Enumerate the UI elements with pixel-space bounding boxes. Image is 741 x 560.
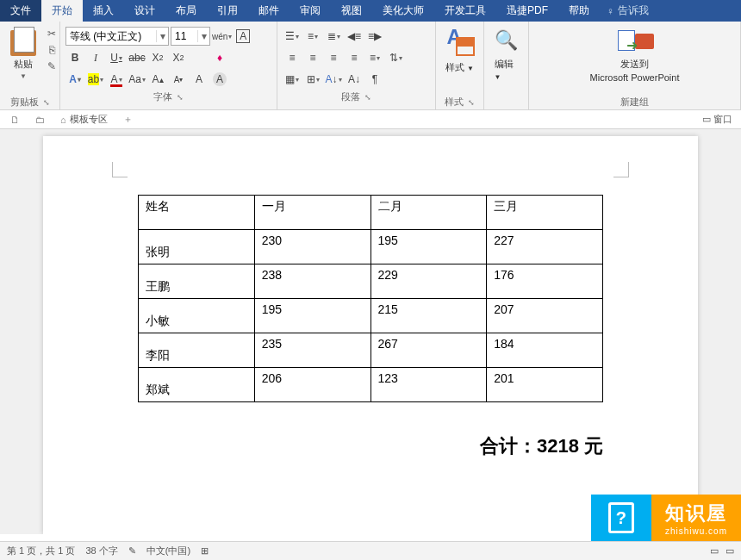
decrease-indent-button[interactable]: ◀≡ [345, 27, 364, 46]
cut-button[interactable]: ✂ [43, 26, 60, 41]
new-doc-icon: 🗋 [10, 115, 20, 125]
grow-font-button[interactable]: A▴ [148, 70, 167, 89]
clear-formatting-button[interactable]: ♦ [210, 48, 229, 67]
table-row: 郑斌206123201 [139, 368, 603, 402]
question-screen-icon [608, 502, 634, 533]
home-icon: ⌂ [60, 115, 66, 125]
tab-review[interactable]: 审阅 [290, 0, 331, 22]
justify-button[interactable]: ≡ [345, 48, 364, 67]
shrink-font-button[interactable]: A▾ [169, 70, 188, 89]
send-to-powerpoint-button[interactable]: ➜ 发送到 Microsoft PowerPoint [585, 23, 685, 84]
status-language[interactable]: 中文(中国) [146, 544, 190, 557]
text-direction-button[interactable]: A↓▾ [324, 70, 343, 89]
paste-label: 粘贴 [14, 58, 33, 71]
tell-me-label: 告诉我 [618, 3, 649, 18]
table-header[interactable]: 一月 [254, 196, 370, 230]
tab-layout[interactable]: 布局 [165, 0, 207, 22]
tab-file[interactable]: 文件 [0, 0, 41, 22]
table-row: 小敏195215207 [139, 299, 603, 333]
styles-launcher[interactable]: ⤡ [468, 98, 475, 107]
styles-icon [445, 25, 475, 59]
table-header-row: 姓名 一月 二月 三月 [139, 196, 603, 230]
distributed-button[interactable]: ≡▾ [365, 48, 384, 67]
tab-beautify[interactable]: 美化大师 [372, 0, 434, 22]
page: 姓名 一月 二月 三月 张明230195227 王鹏238229176 小敏19… [43, 136, 698, 534]
font-name-combo[interactable]: 等线 (中文正文)▾ [65, 27, 169, 46]
tell-me-search[interactable]: ♀ 告诉我 [607, 3, 649, 18]
tab-references[interactable]: 引用 [207, 0, 248, 22]
phonetic-guide-button[interactable]: wén▾ [212, 27, 232, 46]
format-painter-button[interactable]: ✎ [43, 59, 60, 74]
paragraph-launcher[interactable]: ⤡ [364, 93, 371, 102]
align-left-button[interactable]: ≡ [283, 48, 302, 67]
data-table[interactable]: 姓名 一月 二月 三月 张明230195227 王鹏238229176 小敏19… [138, 195, 603, 402]
tab-xunjie[interactable]: 迅捷PDF [496, 0, 558, 22]
tab-dev[interactable]: 开发工具 [434, 0, 496, 22]
table-header[interactable]: 二月 [370, 196, 487, 230]
enclose-char-button[interactable]: A [190, 70, 209, 89]
italic-button[interactable]: I [86, 48, 105, 67]
borders-button[interactable]: ⊞▾ [303, 70, 322, 89]
windows-menu[interactable]: ▭ 窗口 [697, 113, 738, 126]
font-launcher[interactable]: ⤡ [177, 93, 184, 102]
copy-button[interactable]: ⎘ [43, 42, 60, 58]
sort-button[interactable]: A↓ [345, 70, 364, 89]
align-center-button[interactable]: ≡ [303, 48, 322, 67]
tab-mail[interactable]: 邮件 [248, 0, 290, 22]
accessibility-icon[interactable]: ⊞ [201, 545, 209, 557]
shading-button[interactable]: ▦▾ [283, 70, 302, 89]
change-case-button[interactable]: Aa▾ [128, 70, 146, 89]
print-layout-button[interactable]: ▭ [725, 545, 734, 557]
margin-corner-icon [613, 162, 629, 177]
increase-indent-button[interactable]: ≡▶ [365, 27, 384, 46]
add-tab[interactable]: ＋ [116, 111, 140, 128]
underline-button[interactable]: U▾ [107, 48, 126, 67]
watermark-title: 知识屋 [665, 501, 727, 526]
show-marks-button[interactable]: ¶ [365, 70, 384, 89]
document-canvas[interactable]: 姓名 一月 二月 三月 张明230195227 王鹏238229176 小敏19… [0, 129, 741, 534]
table-header[interactable]: 三月 [487, 196, 603, 230]
paste-button[interactable]: 粘贴 ▼ [5, 23, 41, 82]
margin-corner-icon [112, 162, 128, 177]
line-spacing-button[interactable]: ⇅▾ [386, 48, 405, 67]
tab-insert[interactable]: 插入 [83, 0, 124, 22]
tab-design[interactable]: 设计 [124, 0, 165, 22]
tab-home[interactable]: 开始 [41, 0, 83, 22]
watermark-badge: 知识屋 zhishiwu.com [591, 495, 741, 541]
tab-help[interactable]: 帮助 [558, 0, 600, 22]
new-doc-tab[interactable]: 🗋 [3, 111, 27, 128]
multilevel-button[interactable]: ≣▾ [324, 27, 343, 46]
subscript-button[interactable]: X2 [148, 48, 167, 67]
numbering-button[interactable]: ≡▾ [303, 27, 322, 46]
bullets-button[interactable]: ☰▾ [283, 27, 302, 46]
font-color-button[interactable]: A▾ [107, 70, 126, 89]
font-size-combo[interactable]: 11▾ [171, 27, 210, 46]
doc-tab-bar: 🗋 🗀 ⌂模板专区 ＋ ▭ 窗口 [0, 110, 741, 129]
superscript-button[interactable]: X2 [169, 48, 188, 67]
find-icon: 🔍 [495, 25, 519, 56]
styles-button[interactable]: 样式 ▼ [440, 23, 480, 76]
spellcheck-icon[interactable]: ✎ [128, 545, 136, 557]
status-wordcount[interactable]: 38 个字 [85, 544, 117, 557]
template-zone-tab[interactable]: ⌂模板专区 [53, 111, 115, 128]
read-mode-button[interactable]: ▭ [710, 545, 719, 557]
table-row: 王鹏238229176 [139, 264, 603, 299]
highlight-button[interactable]: ab▾ [86, 70, 105, 89]
char-shading-button[interactable]: A [210, 70, 229, 89]
plus-icon: ＋ [123, 113, 133, 126]
table-header[interactable]: 姓名 [139, 196, 255, 230]
watermark-url: zhishiwu.com [665, 526, 727, 536]
font-group-label: 字体 [153, 90, 172, 103]
char-border-button[interactable]: A [234, 27, 252, 46]
text-effects-button[interactable]: A▾ [65, 70, 84, 89]
tab-view[interactable]: 视图 [331, 0, 372, 22]
edit-button[interactable]: 🔍 编辑 ▼ [489, 23, 524, 83]
align-right-button[interactable]: ≡ [324, 48, 343, 67]
strikethrough-button[interactable]: abc [128, 48, 146, 67]
clipboard-launcher[interactable]: ⤡ [43, 98, 50, 107]
ribbon: 粘贴 ▼ ✂ ⎘ ✎ 剪贴板⤡ 等线 (中文正文)▾ 11▾ wén▾ A B … [0, 22, 741, 110]
open-doc-tab[interactable]: 🗀 [28, 111, 52, 128]
bold-button[interactable]: B [65, 48, 84, 67]
total-line: 合计：3218 元 [138, 433, 612, 459]
status-page[interactable]: 第 1 页，共 1 页 [7, 544, 75, 557]
